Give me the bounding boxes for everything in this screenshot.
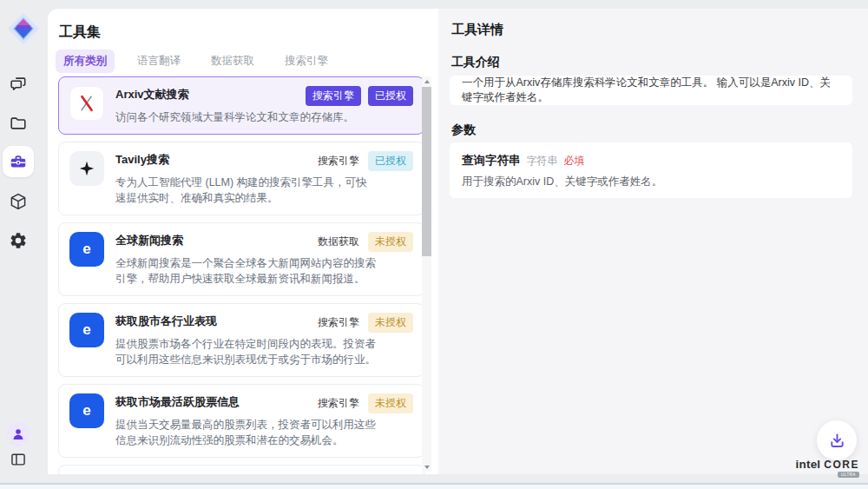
intro-heading: 工具介绍 [451, 55, 500, 70]
params-heading: 参数 [451, 122, 476, 138]
tool-title: 全球新闻搜索 [115, 232, 183, 248]
settings-gear-icon[interactable] [9, 231, 28, 250]
parameter-card: 查询字符串 字符串 必填 用于搜索的Arxiv ID、关键字或作者姓名。 [450, 142, 852, 198]
download-icon [828, 432, 846, 450]
tool-card-global-news[interactable]: e 全球新闻搜索 数据获取 未授权 全球新闻搜索是一个聚合全球各大新闻网站内容的… [58, 222, 424, 296]
news-e-icon: e [69, 393, 104, 428]
tool-card-tavily[interactable]: Tavily搜索 搜索引擎 已授权 专为人工智能代理 (LLM) 构建的搜索引擎… [58, 142, 424, 215]
tool-card-most-active-stocks[interactable]: e 获取市场最活跃股票信息 搜索引擎 未授权 提供当天交易量最高的股票列表，投资… [58, 384, 424, 458]
detail-title: 工具详情 [451, 22, 503, 38]
star-icon [69, 151, 104, 186]
tool-title: 获取股市各行业表现 [115, 313, 217, 329]
auth-status-badge: 未授权 [368, 313, 413, 333]
folder-icon[interactable] [9, 114, 28, 133]
arxiv-icon [69, 86, 104, 121]
auth-status-badge: 已授权 [368, 151, 413, 171]
tab-language-translation[interactable]: 语言翻译 [129, 50, 188, 73]
tool-description: 专为人工智能代理 (LLM) 构建的搜索引擎工具，可快速提供实时、准确和真实的结… [115, 175, 378, 206]
news-e-icon: e [69, 232, 104, 267]
param-type: 字符串 [527, 154, 558, 169]
category-badge: 搜索引擎 [306, 86, 361, 106]
tool-detail-panel: 工具详情 工具介绍 一个用于从Arxiv存储库搜索科学论文和文章的工具。 输入可… [438, 9, 868, 474]
category-badge: 搜索引擎 [316, 151, 361, 171]
tool-card-regional-news[interactable]: 万维地区新闻查询 搜索引擎 未授权 查询具体行政区划内的新闻，快速了解各地新闻动 [58, 465, 424, 474]
intel-core-logo: intel CORE ULTRA [796, 458, 859, 478]
intel-wordmark: intel [796, 458, 821, 471]
user-avatar[interactable] [6, 422, 30, 446]
page-title: 工具集 [59, 23, 101, 42]
core-wordmark: CORE [824, 459, 859, 471]
tool-card-sector-performance[interactable]: e 获取股市各行业表现 搜索引擎 未授权 提供股票市场各个行业在特定时间段内的表… [58, 303, 424, 377]
scrollbar-up-arrow-icon[interactable] [422, 76, 431, 86]
tool-description: 提供股票市场各个行业在特定时间段内的表现。投资者可以利用这些信息来识别表现优于或… [115, 336, 378, 367]
ultra-badge: ULTRA [838, 472, 859, 478]
tool-title: Tavily搜索 [115, 151, 169, 168]
package-icon[interactable] [9, 192, 28, 211]
tab-data-acquisition[interactable]: 数据获取 [203, 50, 262, 73]
category-badge: 数据获取 [316, 232, 361, 252]
tool-title: Arxiv文献搜索 [115, 86, 189, 102]
tool-card-arxiv[interactable]: Arxiv文献搜索 搜索引擎 已授权 访问各个研究领域大量科学论文和文章的存储库… [58, 76, 424, 135]
tool-card-list: Arxiv文献搜索 搜索引擎 已授权 访问各个研究领域大量科学论文和文章的存储库… [58, 76, 424, 474]
news-e-icon: e [69, 313, 104, 347]
param-name: 查询字符串 [462, 153, 521, 169]
toolbox-icon[interactable] [9, 152, 28, 171]
download-button[interactable] [817, 420, 857, 460]
tool-list-panel: 工具集 所有类别 语言翻译 数据获取 搜索引擎 Arxiv文献搜索 搜索引擎 已… [48, 9, 438, 474]
panel-toggle-icon[interactable] [10, 451, 27, 468]
auth-status-badge: 未授权 [368, 393, 413, 413]
tool-description: 全球新闻搜索是一个聚合全球各大新闻网站内容的搜索引擎，帮助用户快速获取全球最新资… [115, 255, 378, 287]
list-scrollbar[interactable] [422, 76, 431, 472]
tab-all-categories[interactable]: 所有类别 [56, 50, 115, 73]
tool-title: 获取市场最活跃股票信息 [115, 393, 240, 410]
tool-description: 提供当天交易量最高的股票列表，投资者可以利用这些信息来识别流动性强的股票和潜在的… [115, 417, 378, 448]
scrollbar-thumb[interactable] [422, 87, 431, 256]
app-logo-gem-icon [7, 12, 40, 45]
scrollbar-down-arrow-icon[interactable] [422, 462, 431, 472]
sidebar-rail [0, 0, 48, 489]
param-required-flag: 必填 [564, 154, 585, 169]
category-tabs: 所有类别 语言翻译 数据获取 搜索引擎 [56, 50, 336, 73]
category-badge: 搜索引擎 [316, 313, 361, 333]
tool-description: 访问各个研究领域大量科学论文和文章的存储库。 [115, 109, 378, 125]
tab-search-engine[interactable]: 搜索引擎 [277, 50, 336, 73]
intro-text: 一个用于从Arxiv存储库搜索科学论文和文章的工具。 输入可以是Arxiv ID… [462, 76, 840, 105]
auth-status-badge: 已授权 [368, 86, 413, 106]
param-description: 用于搜索的Arxiv ID、关键字或作者姓名。 [462, 175, 840, 189]
category-badge: 搜索引擎 [316, 393, 361, 413]
auth-status-badge: 未授权 [368, 232, 413, 252]
chat-icon[interactable] [9, 75, 28, 94]
window-bottom-fill [0, 485, 868, 489]
intro-card: 一个用于从Arxiv存储库搜索科学论文和文章的工具。 输入可以是Arxiv ID… [450, 76, 852, 105]
